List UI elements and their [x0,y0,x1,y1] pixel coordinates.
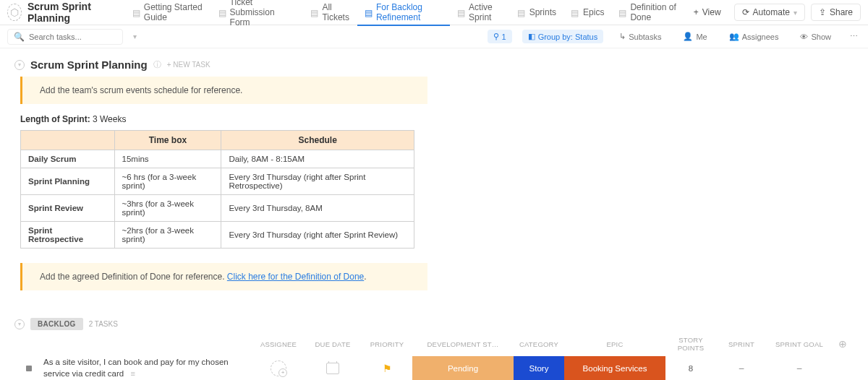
group-by-label: Group by: Status [538,33,598,41]
group-icon: ◧ [528,32,535,41]
add-view-button[interactable]: + View [686,4,728,20]
group-by-chip[interactable]: ◧ Group by: Status [522,30,604,43]
automate-label: Automate [753,7,790,17]
category-tag[interactable]: Story [514,356,564,380]
me-filter[interactable]: 👤 Me [677,30,712,43]
backlog-header: ▾ BACKLOG 2 TASKS [14,318,854,330]
task-title[interactable]: As a site visitor, I can book and pay fo… [43,357,253,379]
eye-icon: 👁 [800,33,808,41]
event-name: Daily Scrum [21,150,115,168]
flag-icon: ⚑ [383,363,392,374]
event-timebox: ~2hrs (for a 3-week sprint) [114,222,221,249]
more-options[interactable]: ⋯ [847,32,861,41]
show-toggle[interactable]: 👁 Show [794,30,837,43]
tab-for-backlog-refinement[interactable]: ▤For Backlog Refinement [357,0,450,25]
assignee-placeholder[interactable] [271,360,286,376]
story-points[interactable]: 8 [665,364,716,373]
tab-label: For Backlog Refinement [376,2,443,22]
tab-getting-started-guide[interactable]: ▤Getting Started Guide [125,0,211,25]
event-schedule: Daily, 8AM - 8:15AM [221,150,414,168]
filter-count-chip[interactable]: ⚲ 1 [488,30,512,43]
event-timebox: ~6 hrs (for a 3-week sprint) [114,168,221,195]
dev-status-tag[interactable]: Pending [412,356,514,380]
task-count: 2 TASKS [89,320,118,328]
tab-label: Getting Started Guide [144,2,204,22]
align-icon: ≡ [130,368,135,379]
new-task-inline[interactable]: + NEW TASK [167,61,210,69]
sprint-length-value: 3 Weeks [93,114,126,124]
share-icon: ⇪ [819,7,826,17]
backlog-status-chip[interactable]: BACKLOG [30,318,83,330]
automate-icon: ⟳ [742,7,749,17]
event-name: Sprint Review [21,195,115,222]
epic-tag[interactable]: Booking Services [564,356,665,380]
share-label: Share [830,7,853,17]
share-button[interactable]: ⇪ Share [811,4,861,21]
top-tab-bar: ⬡ Scrum Sprint Planning ▤Getting Started… [0,0,868,25]
list-icon: ▤ [365,8,373,17]
tab-all-tickets[interactable]: ▤All Tickets [303,0,357,25]
column-header: SPRINT GOAL [767,340,832,348]
tab-label: All Tickets [322,2,350,22]
form-icon: ▤ [218,8,226,17]
priority-cell[interactable]: ⚑ [362,363,412,374]
sprint-length-label: Length of Sprint: [20,114,90,124]
schedule-row: Sprint Planning~6 hrs (for a 3-week spri… [21,168,414,195]
note-schedule: Add the team's scrum events schedule for… [20,77,427,104]
search-input[interactable] [29,33,129,41]
subtasks-icon: ↳ [619,32,626,41]
show-label: Show [811,33,831,41]
subtasks-toggle[interactable]: ↳ Subtasks [613,30,667,43]
tab-label: Definition of Done [630,2,678,22]
dod-link[interactable]: Click here for the Definition of Done [227,272,364,282]
filter-icon: ⚲ [493,32,499,41]
event-timebox: ~3hrs (for a 3-week sprint) [114,195,221,222]
assignees-label: Assignees [742,33,779,41]
doc-icon: ▤ [618,8,626,17]
sprint-length: Length of Sprint: 3 Weeks [20,114,854,124]
backlog-columns: ASSIGNEEDUE DATEPRIORITYDEVELOPMENT ST…C… [14,334,854,356]
tab-active-sprint[interactable]: ▤Active Sprint [450,0,510,25]
schedule-table: Time boxSchedule Daily Scrum15minsDaily,… [20,130,414,249]
view-label: View [702,7,721,17]
schedule-row: Daily Scrum15minsDaily, 8AM - 8:15AM [21,150,414,168]
column-header: STORY POINTS [665,336,716,352]
task-row[interactable]: As a site visitor, I can book and pay fo… [14,356,854,380]
board-icon: ▤ [457,8,465,17]
chevron-down-icon: ▾ [793,9,797,17]
note1-text: Add the team's scrum events schedule for… [40,85,242,95]
task-handle[interactable] [14,366,43,371]
section-title: Scrum Sprint Planning [30,59,148,71]
event-schedule: Every 3rd Thursday, 8AM [221,195,414,222]
assignee-cell[interactable] [253,360,304,376]
sprint-goal-cell[interactable]: – [767,363,832,373]
sprint-cell[interactable]: – [716,363,767,373]
search-input-wrap[interactable]: 🔍 ▾ [7,29,123,45]
event-schedule: Every 3rd Thursday (right after Sprint R… [221,168,414,195]
event-name: Sprint Planning [21,168,115,195]
filter-count: 1 [502,33,506,41]
event-timebox: 15mins [114,150,221,168]
collapse-backlog[interactable]: ▾ [14,319,25,329]
add-column[interactable]: ⊕ [832,338,854,350]
automate-button[interactable]: ⟳ Automate ▾ [734,4,805,21]
note2-pre: Add the agreed Definition of Done for re… [40,272,227,282]
column-header: PRIORITY [362,340,412,348]
list-icon: ▤ [571,8,579,17]
tab-definition-of-done[interactable]: ▤Definition of Done [611,0,686,25]
due-date-cell[interactable] [304,363,362,374]
column-header: DEVELOPMENT ST… [412,340,514,348]
note-dod: Add the agreed Definition of Done for re… [20,263,427,290]
people-icon: 👥 [729,32,739,41]
collapse-toggle[interactable]: ▾ [14,60,25,70]
assignees-filter[interactable]: 👥 Assignees [723,30,785,43]
chevron-down-icon[interactable]: ▾ [133,33,137,40]
note2-post: . [364,272,366,282]
me-label: Me [696,33,707,41]
column-header: EPIC [564,340,665,348]
tab-ticket-submission-form[interactable]: ▤Ticket Submission Form [211,0,304,25]
tab-epics[interactable]: ▤Epics [563,0,611,25]
list-icon: ▤ [310,8,318,17]
info-icon[interactable]: ⓘ [153,59,161,70]
tab-sprints[interactable]: ▤Sprints [510,0,563,25]
